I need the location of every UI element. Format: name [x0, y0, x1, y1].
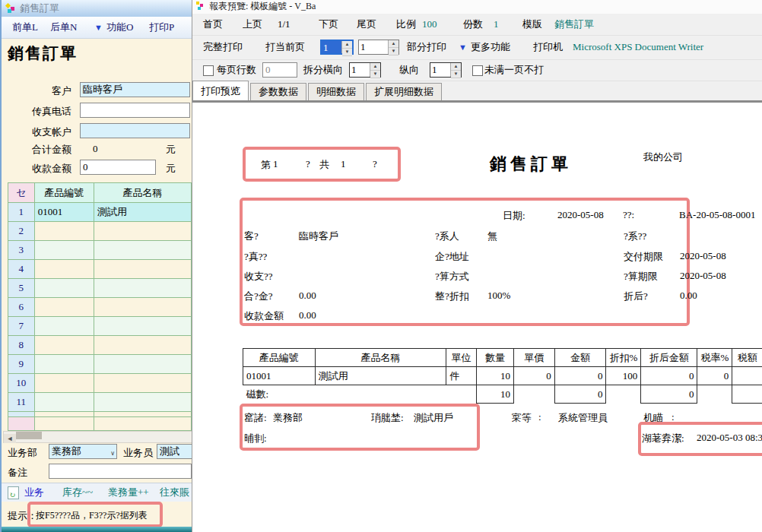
sales-order-window: 銷售訂單 前单L 后单N ▼ 功能O 打印P 銷售訂單 客户 臨時客戶 传真电话…: [0, 0, 192, 532]
account-input[interactable]: [80, 123, 190, 138]
split-vertical-stepper[interactable]: 1 ▲▼: [430, 62, 462, 78]
more-functions-button[interactable]: 更多功能: [471, 35, 510, 59]
table-row[interactable]: 6: [8, 298, 192, 317]
detail-column-header: 折后金額: [641, 349, 697, 367]
split-horizontal-stepper[interactable]: 1 ▲▼: [349, 62, 381, 78]
dropdown-caret-icon: ∨: [110, 447, 115, 459]
refresh-page-icon[interactable]: ↻: [8, 486, 19, 499]
to-page-stepper[interactable]: 1 ▲▼: [358, 40, 399, 55]
split-horizontal-label: 拆分橫向: [303, 59, 343, 81]
prev-doc-button[interactable]: 前单L: [12, 17, 38, 38]
rows-per-page-checkbox[interactable]: [203, 65, 214, 76]
contact-phone-label: ?系??: [624, 230, 646, 243]
rows-per-page-input[interactable]: 0: [262, 62, 297, 78]
settle-method-label: ?算方式: [435, 270, 469, 283]
table-row[interactable]: 9: [8, 355, 192, 374]
copies-value[interactable]: 1: [494, 14, 499, 35]
from-page-stepper[interactable]: 1 ▲▼: [320, 40, 354, 55]
partial-print-button[interactable]: 部分打印: [407, 35, 446, 59]
tab-business[interactable]: 业务: [24, 483, 44, 502]
doc-number-label: ??:: [623, 209, 634, 221]
received-amount-input[interactable]: 0: [80, 160, 156, 175]
last-page-button[interactable]: 尾页: [357, 14, 376, 35]
fax-label: ?真??: [244, 250, 267, 264]
stepper-arrows-icon[interactable]: ▲▼: [370, 63, 380, 77]
doc-number-value: BA-20-05-08-0001: [679, 209, 755, 221]
next-page-button[interactable]: 下页: [319, 14, 338, 35]
date-value: 2020-05-08: [557, 209, 604, 221]
stepper-arrows-icon[interactable]: ▲▼: [341, 41, 352, 53]
scroll-left-icon[interactable]: ◄: [4, 434, 16, 443]
tab-detail-data[interactable]: 明细数据: [308, 83, 364, 100]
stepper-arrows-icon[interactable]: ▲▼: [388, 40, 398, 54]
tab-extended-detail-data[interactable]: 扩展明细数据: [366, 83, 442, 100]
scale-value[interactable]: 100: [422, 14, 437, 35]
prev-page-button[interactable]: 上页: [243, 14, 262, 35]
product-code-header[interactable]: 產品編號: [34, 183, 94, 203]
customer-label: 客?: [244, 230, 259, 243]
print-button[interactable]: 打印P: [149, 17, 174, 38]
first-page-button[interactable]: 首页: [203, 14, 223, 35]
sign-dept-label: 窰諸:: [244, 411, 267, 425]
report-title: 銷售訂單: [490, 153, 572, 176]
detail-cell: 0: [513, 367, 554, 385]
horizontal-scrollbar[interactable]: ◄: [3, 431, 192, 443]
table-row[interactable]: 3: [8, 241, 192, 260]
row-number-header[interactable]: セ: [8, 183, 35, 203]
scrollbar-thumb[interactable]: [16, 432, 42, 439]
customer-input[interactable]: 臨時客戶: [80, 82, 190, 97]
hint-text: 按F5????品，F3??示?据列表: [36, 509, 148, 522]
settle-term-label: ?算期限: [624, 270, 658, 283]
next-doc-button[interactable]: 后单N: [50, 17, 77, 38]
sales-order-titlebar[interactable]: 銷售訂單: [2, 0, 192, 17]
product-name-header[interactable]: 產品名稱: [94, 183, 191, 203]
table-row[interactable]: 10: [8, 374, 192, 393]
detail-column-header: 折扣%: [606, 349, 641, 367]
totals-after-discount: 0: [641, 385, 697, 404]
table-row[interactable]: 7: [8, 317, 192, 336]
page-indicator: 1/1: [278, 14, 291, 35]
table-row[interactable]: 8: [8, 336, 192, 355]
tab-transactions[interactable]: 往來賬: [160, 483, 189, 502]
settle-term-value: 2020-05-08: [680, 270, 726, 282]
date-label: 日期:: [503, 209, 525, 223]
sign-auditor-label: 寀等: [512, 411, 532, 425]
table-row[interactable]: 1 01001 測試用: [8, 203, 192, 222]
page-info-text: 第: [261, 158, 271, 172]
tab-parameter-data[interactable]: 参数数据: [250, 83, 306, 100]
total-amount-value: 0.00: [299, 290, 316, 302]
dept-select[interactable]: 業務部 ∨: [49, 444, 117, 459]
functions-button[interactable]: 功能O: [106, 17, 133, 38]
fax-label: 传真电话: [2, 105, 71, 119]
salesman-input[interactable]: 測試: [157, 444, 192, 459]
sign-auditor-colon: :: [538, 411, 541, 423]
sign-auditor-value: 系統管理員: [558, 411, 608, 425]
table-row[interactable]: 5: [8, 279, 192, 298]
sign-dept-value: 業務部: [273, 411, 303, 425]
note-input[interactable]: [49, 464, 192, 479]
detail-header-row: 產品編號 產品名稱單位數量單價金額折扣%折后金額税率%税額: [243, 349, 762, 367]
tab-print-preview[interactable]: 打印预览: [192, 81, 249, 100]
total-amount-label: 合计金额: [2, 143, 71, 157]
table-row[interactable]: 4: [8, 260, 192, 279]
detail-table: 產品編號 產品名稱單位數量單價金額折扣%折后金額税率%税額 01001 測試用件…: [243, 348, 762, 404]
sign-remark-label: 晡剕:: [244, 432, 267, 445]
table-row[interactable]: 11: [8, 393, 192, 412]
page-info-text: ?: [373, 158, 377, 170]
stepper-arrows-icon[interactable]: ▲▼: [450, 63, 461, 77]
table-row[interactable]: 2: [8, 222, 192, 241]
received-amount-label: 收款金额: [2, 162, 71, 176]
not-full-page-checkbox[interactable]: [472, 65, 483, 76]
tab-business-volume[interactable]: 業務量++: [108, 483, 149, 502]
customer-label: 客户: [2, 84, 71, 98]
preview-titlebar[interactable]: 報表預覽: 模板編號 - V_Ba: [192, 0, 762, 14]
print-current-page-button[interactable]: 打当前页: [265, 35, 305, 59]
tab-inventory[interactable]: 库存~~: [62, 483, 93, 502]
detail-cell: 01001: [243, 367, 316, 385]
template-value[interactable]: 銷售訂單: [554, 14, 594, 35]
printer-value[interactable]: Microsoft XPS Document Writer: [573, 35, 703, 59]
rows-per-page-label: 每页行数: [217, 59, 256, 81]
fax-input[interactable]: [80, 103, 190, 118]
received-amount-unit: 元: [166, 162, 176, 176]
full-print-button[interactable]: 完整打印: [203, 35, 243, 59]
